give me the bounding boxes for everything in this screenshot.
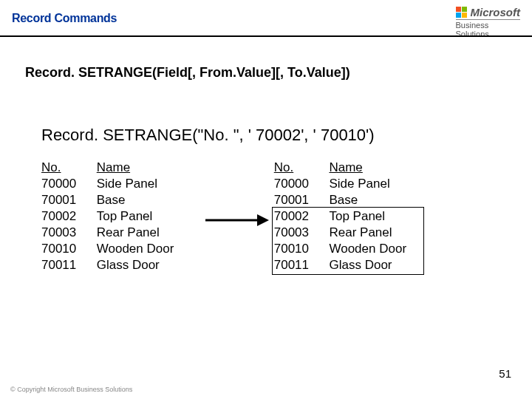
- table-row: 70002: [274, 208, 326, 225]
- left-table-header-no: No.: [41, 160, 93, 176]
- table-row: Glass Door: [97, 257, 200, 273]
- table-row: Wooden Door: [97, 241, 200, 257]
- table-row: 70010: [41, 241, 93, 257]
- right-table-header-no: No.: [274, 160, 326, 176]
- table-row: Side Panel: [97, 176, 200, 192]
- header-divider: [0, 35, 532, 37]
- table-row: Rear Panel: [329, 225, 432, 241]
- brand-logo: Microsoft Business Solutions: [456, 6, 521, 38]
- tables-container: No. 70000 70001 70002 70003 70010 70011 …: [41, 160, 514, 273]
- example-call: Record. SETRANGE("No. ", ' 70002', ' 700…: [41, 126, 375, 145]
- table-row: Base: [97, 192, 200, 208]
- table-row: Top Panel: [329, 208, 432, 225]
- table-row: 70001: [41, 192, 93, 208]
- arrow-icon: [200, 211, 274, 229]
- table-row: Top Panel: [97, 208, 200, 225]
- table-row: Wooden Door: [329, 241, 432, 257]
- table-row: Rear Panel: [97, 225, 200, 241]
- table-row: 70000: [274, 176, 326, 192]
- table-row: 70011: [274, 257, 326, 273]
- brand-name: Microsoft: [471, 6, 521, 18]
- right-table: No. 70000 70001 70002 70003 70010 70011 …: [274, 160, 433, 273]
- table-row: Side Panel: [329, 176, 432, 192]
- table-row: 70003: [274, 225, 326, 241]
- brand-subline-1: Business: [456, 19, 521, 30]
- table-row: 70011: [41, 257, 93, 273]
- table-row: 70001: [274, 192, 326, 208]
- page-number: 51: [499, 367, 511, 380]
- slide-header: Record Commands Microsoft Business Solut…: [0, 0, 532, 35]
- slide-title: Record Commands: [12, 12, 117, 25]
- right-table-header-name: Name: [329, 160, 432, 176]
- svg-marker-1: [257, 214, 269, 226]
- left-table: No. 70000 70001 70002 70003 70010 70011 …: [41, 160, 200, 273]
- table-row: 70010: [274, 241, 326, 257]
- copyright-text: © Copyright Microsoft Business Solutions: [10, 386, 132, 393]
- table-row: Glass Door: [329, 257, 432, 273]
- brand-subline-2: Solutions: [456, 30, 521, 38]
- table-row: Base: [329, 192, 432, 208]
- syntax-definition: Record. SETRANGE(Field[, From.Value][, T…: [25, 65, 350, 81]
- table-row: 70000: [41, 176, 93, 192]
- table-row: 70003: [41, 225, 93, 241]
- microsoft-flag-icon: [456, 7, 468, 18]
- left-table-header-name: Name: [97, 160, 200, 176]
- table-row: 70002: [41, 208, 93, 225]
